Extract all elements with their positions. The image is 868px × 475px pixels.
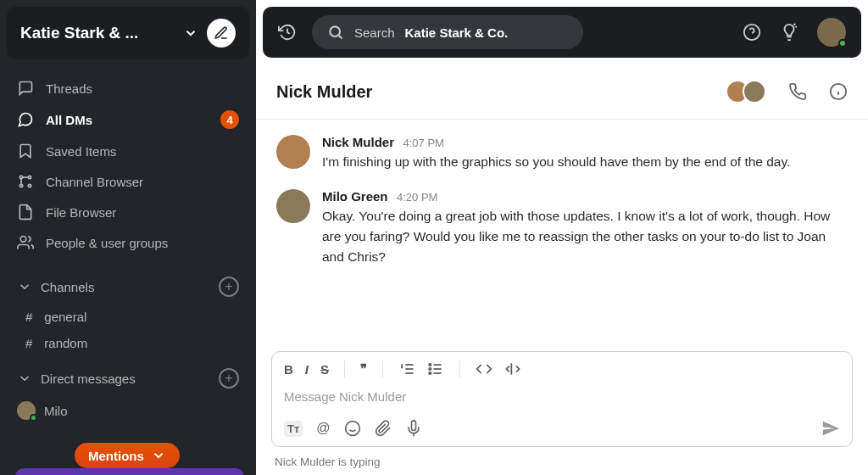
strike-button[interactable]: S xyxy=(320,362,329,377)
message-body: Okay. You're doing a great job with thos… xyxy=(322,206,848,267)
channel-item[interactable]: # general xyxy=(0,304,256,330)
message-time: 4:20 PM xyxy=(397,191,437,204)
primary-nav: Threads All DMs 4 Saved Items Channel Br… xyxy=(0,66,256,265)
quote-button[interactable]: ❞ xyxy=(360,361,367,377)
separator xyxy=(382,360,383,377)
chevron-down-icon xyxy=(183,25,198,41)
user-avatar[interactable] xyxy=(817,18,846,47)
nav-label: Channel Browser xyxy=(46,175,143,189)
message-list: Nick Mulder 4:07 PM I'm finishing up wit… xyxy=(256,120,868,346)
section-label: Direct messages xyxy=(41,372,136,386)
search-label: Search xyxy=(354,25,395,40)
codeblock-button[interactable] xyxy=(504,360,521,377)
message-input[interactable]: Message Nick Mulder xyxy=(272,386,852,412)
call-button[interactable] xyxy=(788,82,807,101)
channel-name: general xyxy=(44,310,86,324)
chevron-down-icon xyxy=(17,279,32,294)
typing-indicator: Nick Mulder is typing xyxy=(256,452,868,475)
mention-button[interactable]: @ xyxy=(316,421,330,436)
svg-point-23 xyxy=(429,368,431,371)
bold-button[interactable]: B xyxy=(284,362,293,377)
history-button[interactable] xyxy=(278,23,297,42)
formatting-toggle[interactable]: Tт xyxy=(284,421,303,437)
nav-label: Saved Items xyxy=(46,144,116,159)
section-label: Channels xyxy=(41,280,94,294)
whats-new-button[interactable] xyxy=(780,23,798,42)
workspace-switcher[interactable]: Katie Stark & ... xyxy=(7,7,249,59)
audio-button[interactable] xyxy=(405,420,422,437)
format-toolbar: B I S ❞ xyxy=(272,352,852,386)
nav-channel-browser[interactable]: Channel Browser xyxy=(0,166,256,197)
nav-label: People & user groups xyxy=(46,236,168,250)
conversation-title: Nick Mulder xyxy=(276,82,372,102)
dm-item[interactable]: Milo xyxy=(0,395,256,426)
channel-item[interactable]: # random xyxy=(0,330,256,356)
section-channels[interactable]: Channels + xyxy=(0,265,256,304)
main-panel: Search Katie Stark & Co. Nick Mulder Nic… xyxy=(256,0,868,475)
info-button[interactable] xyxy=(829,82,848,101)
bookmark-icon xyxy=(17,142,34,159)
message: Milo Green 4:20 PM Okay. You're doing a … xyxy=(276,181,848,276)
topbar-right xyxy=(743,18,846,47)
help-button[interactable] xyxy=(743,23,761,42)
unread-badge: 4 xyxy=(220,110,239,129)
bullet-list-button[interactable] xyxy=(427,360,444,377)
workspace-title: Katie Stark & ... xyxy=(20,24,175,42)
people-icon xyxy=(17,234,34,251)
svg-point-22 xyxy=(429,364,431,366)
nav-threads[interactable]: Threads xyxy=(0,73,256,103)
nav-label: File Browser xyxy=(46,205,116,220)
nav-file-browser[interactable]: File Browser xyxy=(0,197,256,227)
conversation-header: Nick Mulder xyxy=(256,64,868,120)
svg-line-8 xyxy=(339,36,342,39)
svg-line-11 xyxy=(794,24,796,25)
svg-point-0 xyxy=(19,176,22,178)
mentions-pill[interactable]: Mentions xyxy=(75,443,180,468)
search-icon xyxy=(327,24,344,41)
nav-saved[interactable]: Saved Items xyxy=(0,136,256,166)
avatar[interactable] xyxy=(276,135,310,169)
message-author: Nick Mulder xyxy=(322,135,394,149)
ordered-list-button[interactable] xyxy=(398,360,415,377)
message-body: I'm finishing up with the graphics so yo… xyxy=(322,152,790,172)
section-direct-messages[interactable]: Direct messages + xyxy=(0,356,256,395)
nav-label: All DMs xyxy=(46,113,92,127)
dms-icon xyxy=(17,111,34,128)
message: Nick Mulder 4:07 PM I'm finishing up wit… xyxy=(276,126,848,181)
avatar xyxy=(17,401,36,420)
bottom-accent xyxy=(15,468,244,475)
nav-label: Threads xyxy=(46,81,92,96)
svg-point-26 xyxy=(345,422,359,436)
channel-browser-icon xyxy=(17,173,34,190)
avatar[interactable] xyxy=(276,189,310,223)
member-avatars[interactable] xyxy=(726,80,766,103)
svg-point-7 xyxy=(330,26,340,36)
emoji-button[interactable] xyxy=(344,420,361,437)
dm-name: Milo xyxy=(44,404,68,418)
italic-button[interactable]: I xyxy=(305,362,309,377)
code-button[interactable] xyxy=(476,360,492,377)
hash-icon: # xyxy=(25,310,32,324)
channel-name: random xyxy=(44,336,87,350)
attach-button[interactable] xyxy=(375,420,392,437)
add-dm-button[interactable]: + xyxy=(219,368,239,388)
sidebar: Katie Stark & ... Threads All DMs 4 Save… xyxy=(0,0,256,475)
send-button[interactable] xyxy=(821,419,840,438)
message-author: Milo Green xyxy=(322,189,388,204)
nav-people[interactable]: People & user groups xyxy=(0,227,256,258)
file-icon xyxy=(17,204,34,221)
svg-point-2 xyxy=(19,184,22,187)
nav-all-dms[interactable]: All DMs 4 xyxy=(0,103,256,136)
separator xyxy=(459,360,460,377)
mentions-label: Mentions xyxy=(88,449,144,463)
composer: B I S ❞ Message Nick Mulder Tт @ xyxy=(271,351,853,447)
composer-actions: Tт @ xyxy=(272,412,852,446)
chevron-down-icon xyxy=(151,448,166,463)
search-input[interactable]: Search Katie Stark & Co. xyxy=(312,15,583,49)
presence-dot xyxy=(30,414,37,422)
add-channel-button[interactable]: + xyxy=(219,277,239,297)
chevron-down-icon xyxy=(17,371,32,386)
compose-button[interactable] xyxy=(207,19,236,48)
composer-area: B I S ❞ Message Nick Mulder Tт @ xyxy=(256,346,868,452)
svg-point-3 xyxy=(28,184,31,187)
